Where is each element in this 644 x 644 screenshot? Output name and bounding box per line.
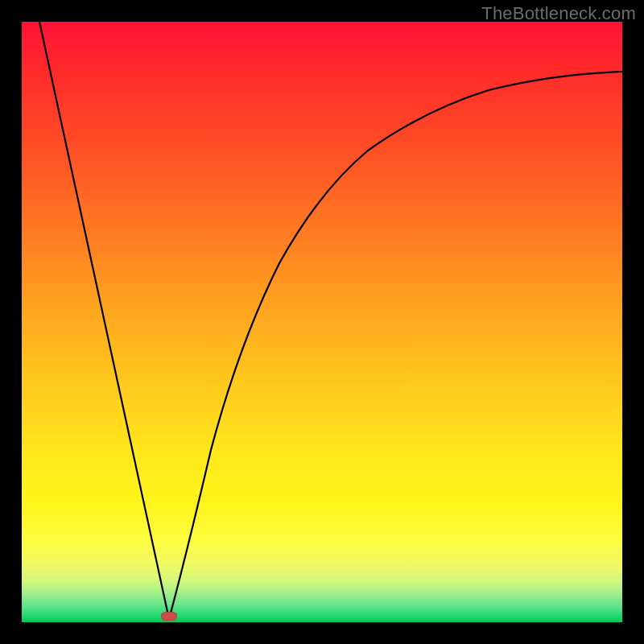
- minimum-marker: [161, 612, 177, 621]
- curve-left-branch: [39, 22, 169, 619]
- plot-area: [22, 22, 622, 622]
- chart-frame: TheBottleneck.com: [0, 0, 644, 644]
- curve-right-branch: [169, 72, 622, 619]
- bottleneck-curve: [22, 22, 622, 622]
- watermark-text: TheBottleneck.com: [481, 3, 636, 24]
